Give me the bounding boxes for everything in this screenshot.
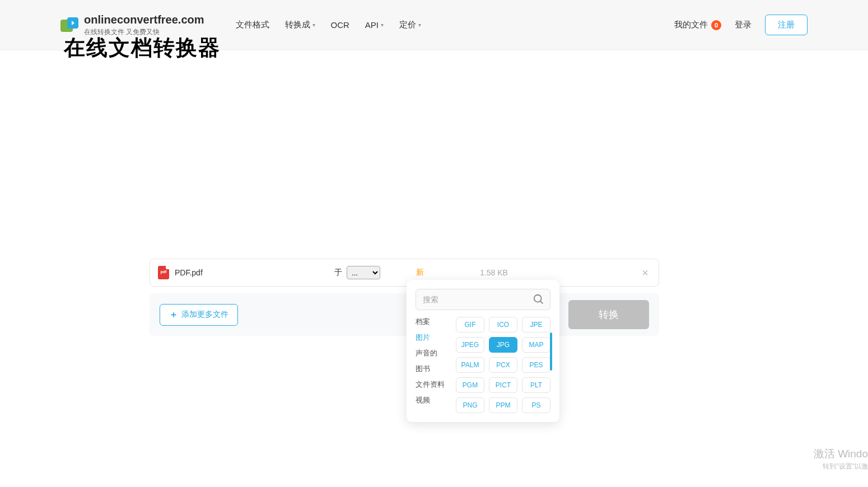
format-grid: GIF ICO JPE JPEG JPG MAP PALM PCX PES PG…: [456, 317, 550, 413]
add-more-files-button[interactable]: ＋ 添加更多文件: [160, 304, 238, 326]
category-book[interactable]: 图书: [416, 364, 449, 374]
nav-api[interactable]: API▾: [365, 20, 384, 30]
category-docs[interactable]: 文件资料: [416, 380, 449, 390]
format-select[interactable]: ...: [347, 266, 380, 279]
format-pgm[interactable]: PGM: [456, 377, 484, 393]
files-count-badge: 0: [711, 20, 721, 30]
format-dropdown: 档案 图片 声音的 图书 文件资料 视频 GIF ICO JPE JPEG JP…: [407, 280, 559, 422]
file-row: pdf PDF.pdf 于 ... 新 1.58 KB ×: [150, 259, 659, 287]
format-jpg[interactable]: JPG: [489, 337, 517, 353]
svg-line-1: [540, 301, 543, 304]
category-archive[interactable]: 档案: [416, 317, 449, 327]
my-files-link[interactable]: 我的文件 0: [674, 20, 721, 30]
close-icon[interactable]: ×: [640, 266, 651, 279]
logo-icon: [60, 17, 78, 33]
windows-watermark-sub: 转到"设置"以激: [823, 462, 868, 471]
nav-pricing[interactable]: 定价▾: [399, 20, 421, 30]
nav: 文件格式 转换成▾ OCR API▾ 定价▾: [236, 20, 422, 30]
register-button[interactable]: 注册: [765, 15, 808, 35]
plus-icon: ＋: [169, 309, 178, 321]
format-ppm[interactable]: PPM: [489, 397, 517, 413]
format-plt[interactable]: PLT: [522, 377, 550, 393]
windows-watermark: 激活 Windo: [814, 447, 868, 461]
format-pes[interactable]: PES: [522, 357, 550, 373]
nav-formats[interactable]: 文件格式: [236, 20, 269, 30]
format-png[interactable]: PNG: [456, 397, 484, 413]
format-jpeg[interactable]: JPEG: [456, 337, 484, 353]
search-icon: [533, 293, 545, 306]
pdf-file-icon: pdf: [158, 266, 169, 279]
page-title: 在线文档转换器: [64, 34, 221, 62]
format-ps[interactable]: PS: [522, 397, 550, 413]
convert-button[interactable]: 转换: [568, 300, 649, 329]
nav-ocr[interactable]: OCR: [331, 20, 349, 30]
chevron-down-icon: ▾: [418, 22, 421, 28]
action-bar: ＋ 添加更多文件 转换: [150, 293, 659, 336]
chevron-down-icon: ▾: [381, 22, 384, 28]
format-pict[interactable]: PICT: [489, 377, 517, 393]
format-pcx[interactable]: PCX: [489, 357, 517, 373]
brand-name: onlineconvertfree.com: [84, 13, 204, 26]
nav-convert[interactable]: 转换成▾: [285, 20, 315, 30]
format-map[interactable]: MAP: [522, 337, 550, 353]
to-label: 于: [334, 268, 342, 278]
file-size: 1.58 KB: [480, 268, 508, 277]
chevron-down-icon: ▾: [312, 22, 315, 28]
format-palm[interactable]: PALM: [456, 357, 484, 373]
status-badge: 新: [416, 268, 424, 278]
search-input[interactable]: [416, 289, 550, 310]
format-gif[interactable]: GIF: [456, 317, 484, 333]
file-name: PDF.pdf: [175, 268, 203, 277]
format-ico[interactable]: ICO: [489, 317, 517, 333]
category-video[interactable]: 视频: [416, 395, 449, 405]
category-list: 档案 图片 声音的 图书 文件资料 视频: [416, 317, 449, 413]
login-link[interactable]: 登录: [735, 20, 752, 30]
scrollbar[interactable]: [550, 333, 552, 371]
format-jpe[interactable]: JPE: [522, 317, 550, 333]
category-image[interactable]: 图片: [416, 333, 449, 343]
svg-point-0: [534, 295, 542, 302]
category-sound[interactable]: 声音的: [416, 348, 449, 358]
